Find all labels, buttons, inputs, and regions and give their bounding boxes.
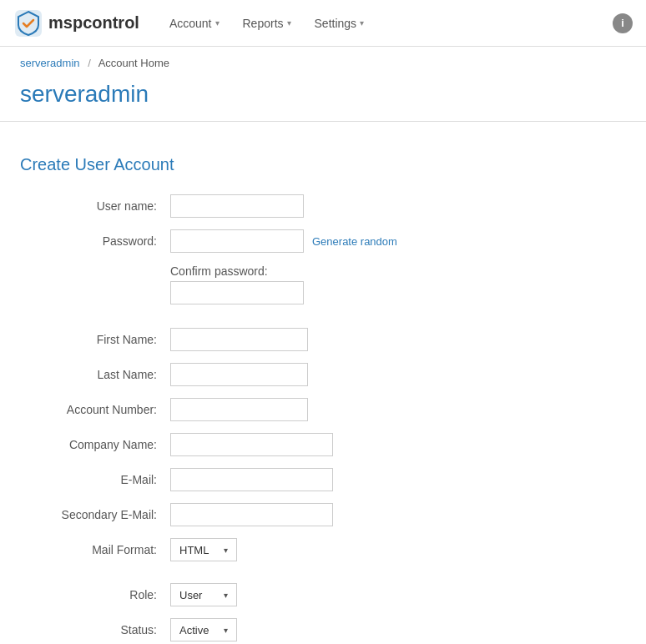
confirm-password-input[interactable] xyxy=(170,281,304,304)
firstname-input[interactable] xyxy=(170,328,308,351)
main-content: Create User Account User name: Password:… xyxy=(0,142,646,644)
generate-random-link[interactable]: Generate random xyxy=(312,235,397,248)
password-group: Password: Generate random xyxy=(20,229,626,253)
form-spacer xyxy=(20,318,626,328)
firstname-label: First Name: xyxy=(20,333,170,346)
lastname-input[interactable] xyxy=(170,363,308,386)
secondary-email-group: Secondary E-Mail: xyxy=(20,503,626,526)
logo[interactable]: mspcontrol xyxy=(13,8,139,38)
secondary-email-label: Secondary E-Mail: xyxy=(20,508,170,521)
account-number-group: Account Number: xyxy=(20,398,626,421)
role-caret-icon: ▾ xyxy=(224,591,228,600)
username-group: User name: xyxy=(20,194,626,218)
mail-format-label: Mail Format: xyxy=(20,543,170,556)
nav-item-settings[interactable]: Settings ▾ xyxy=(305,0,375,47)
settings-caret-icon: ▾ xyxy=(360,18,364,28)
breadcrumb-separator: / xyxy=(88,57,91,69)
nav-item-reports[interactable]: Reports ▾ xyxy=(233,0,301,47)
role-dropdown[interactable]: User ▾ xyxy=(170,583,237,606)
secondary-email-input[interactable] xyxy=(170,503,333,526)
breadcrumb: serveradmin / Account Home xyxy=(0,47,646,74)
form-title: Create User Account xyxy=(20,155,626,174)
account-caret-icon: ▾ xyxy=(215,18,220,28)
status-caret-icon: ▾ xyxy=(224,626,228,635)
username-label: User name: xyxy=(20,199,170,213)
title-divider xyxy=(0,121,646,122)
email-input[interactable] xyxy=(170,468,333,491)
account-number-input[interactable] xyxy=(170,398,308,421)
mail-format-caret-icon: ▾ xyxy=(224,546,228,555)
company-name-group: Company Name: xyxy=(20,433,626,456)
top-navigation: mspcontrol Account ▾ Reports ▾ Settings … xyxy=(0,0,646,47)
role-label: Role: xyxy=(20,588,170,601)
firstname-group: First Name: xyxy=(20,328,626,351)
password-label: Password: xyxy=(20,234,170,248)
status-label: Status: xyxy=(20,623,170,636)
breadcrumb-current: Account Home xyxy=(98,57,169,69)
mail-format-group: Mail Format: HTML ▾ xyxy=(20,538,626,561)
reports-caret-icon: ▾ xyxy=(287,18,291,28)
account-number-label: Account Number: xyxy=(20,403,170,416)
breadcrumb-parent-link[interactable]: serveradmin xyxy=(20,57,80,69)
password-input[interactable] xyxy=(170,229,304,253)
status-dropdown[interactable]: Active ▾ xyxy=(170,618,237,641)
confirm-password-label: Confirm password: xyxy=(170,264,626,278)
nav-menu: Account ▾ Reports ▾ Settings ▾ xyxy=(159,0,613,47)
logo-icon xyxy=(13,8,43,38)
company-name-input[interactable] xyxy=(170,433,333,456)
email-group: E-Mail: xyxy=(20,468,626,491)
mail-format-dropdown[interactable]: HTML ▾ xyxy=(170,538,237,561)
company-name-label: Company Name: xyxy=(20,438,170,451)
lastname-label: Last Name: xyxy=(20,368,170,381)
logo-text: mspcontrol xyxy=(48,13,139,33)
role-group: Role: User ▾ xyxy=(20,583,626,606)
status-group: Status: Active ▾ xyxy=(20,618,626,641)
username-input[interactable] xyxy=(170,194,304,218)
page-title: serveradmin xyxy=(0,74,646,121)
nav-item-account[interactable]: Account ▾ xyxy=(159,0,230,47)
email-label: E-Mail: xyxy=(20,473,170,486)
lastname-group: Last Name: xyxy=(20,363,626,386)
form-spacer-2 xyxy=(20,573,626,583)
confirm-password-block: Confirm password: xyxy=(170,264,626,304)
info-button[interactable]: i xyxy=(613,13,633,33)
